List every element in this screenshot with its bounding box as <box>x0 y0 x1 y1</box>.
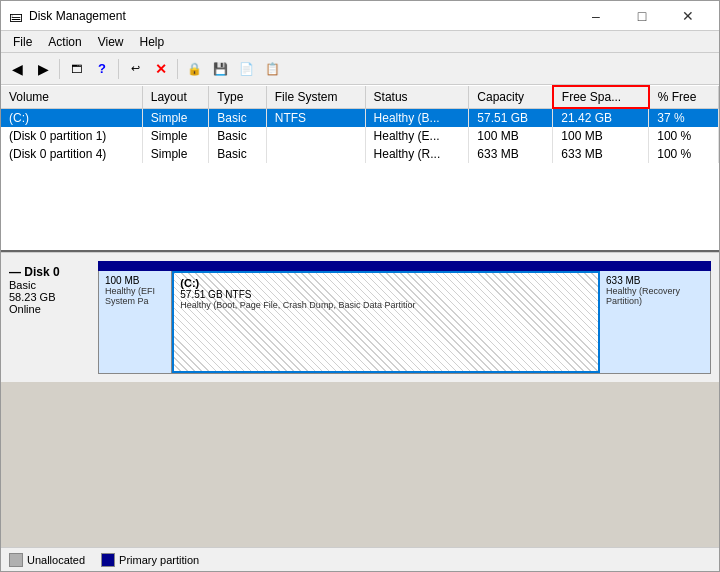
cell-1-row-0: Simple <box>142 108 209 127</box>
disk-type: Basic <box>9 279 94 291</box>
delete-button[interactable]: ✕ <box>149 57 173 81</box>
partition-recovery[interactable]: 633 MB Healthy (Recovery Partition) <box>600 271 710 373</box>
toolbar-btn-8[interactable]: 💾 <box>208 57 232 81</box>
cell-5-row-0: 57.51 GB <box>469 108 553 127</box>
cell-3-row-1 <box>266 127 365 145</box>
efi-size: 100 MB <box>105 275 165 286</box>
cell-2-row-1: Basic <box>209 127 266 145</box>
cell-6-row-2: 633 MB <box>553 145 649 163</box>
unalloc-label: Unallocated <box>27 554 85 566</box>
disk-partitions: 100 MB Healthy (EFI System Pa (C:) 57.51… <box>98 271 711 374</box>
primary-label: Primary partition <box>119 554 199 566</box>
menu-file[interactable]: File <box>5 33 40 51</box>
main-window: 🖴 Disk Management – □ ✕ File Action View… <box>0 0 720 572</box>
toolbar-btn-7[interactable]: 🔒 <box>182 57 206 81</box>
disk-status: Online <box>9 303 94 315</box>
toolbar-btn-5[interactable]: ↩ <box>123 57 147 81</box>
cell-4-row-2: Healthy (R... <box>365 145 469 163</box>
cell-4-row-0: Healthy (B... <box>365 108 469 127</box>
disk-section: ― Disk 0 Basic 58.23 GB Online 100 MB He… <box>1 252 719 382</box>
legend-unallocated: Unallocated <box>9 553 85 567</box>
toolbar-btn-10[interactable]: 📋 <box>260 57 284 81</box>
app-icon: 🖴 <box>9 8 23 24</box>
toolbar-sep-2 <box>118 59 119 79</box>
title-bar-controls: – □ ✕ <box>573 1 711 31</box>
legend-primary: Primary partition <box>101 553 199 567</box>
disk-label: ― Disk 0 Basic 58.23 GB Online <box>9 261 94 374</box>
cell-0-row-2: (Disk 0 partition 4) <box>1 145 142 163</box>
toolbar-btn-9[interactable]: 📄 <box>234 57 258 81</box>
disk-size: 58.23 GB <box>9 291 94 303</box>
c-status: Healthy (Boot, Page File, Crash Dump, Ba… <box>180 300 592 310</box>
menu-bar: File Action View Help <box>1 31 719 53</box>
volumes-table: Volume Layout Type File System Status Ca… <box>1 85 719 163</box>
col-freespace: Free Spa... <box>553 86 649 108</box>
cell-2-row-0: Basic <box>209 108 266 127</box>
unalloc-box <box>9 553 23 567</box>
col-percentfree: % Free <box>649 86 719 108</box>
cell-6-row-0: 21.42 GB <box>553 108 649 127</box>
cell-7-row-0: 37 % <box>649 108 719 127</box>
cell-3-row-0: NTFS <box>266 108 365 127</box>
disk-bar-header <box>98 261 711 271</box>
c-size: 57.51 GB NTFS <box>180 289 592 300</box>
window-title: Disk Management <box>29 9 126 23</box>
c-name: (C:) <box>180 277 592 289</box>
cell-1-row-2: Simple <box>142 145 209 163</box>
toolbar: ◀ ▶ 🗔 ? ↩ ✕ 🔒 💾 📄 📋 <box>1 53 719 85</box>
cell-7-row-2: 100 % <box>649 145 719 163</box>
partition-efi[interactable]: 100 MB Healthy (EFI System Pa <box>99 271 172 373</box>
primary-box <box>101 553 115 567</box>
col-type: Type <box>209 86 266 108</box>
efi-status: Healthy (EFI System Pa <box>105 286 165 306</box>
toolbar-btn-3[interactable]: 🗔 <box>64 57 88 81</box>
col-capacity: Capacity <box>469 86 553 108</box>
table-row[interactable]: (Disk 0 partition 4)SimpleBasicHealthy (… <box>1 145 719 163</box>
cell-7-row-1: 100 % <box>649 127 719 145</box>
cell-3-row-2 <box>266 145 365 163</box>
minimize-button[interactable]: – <box>573 1 619 31</box>
cell-4-row-1: Healthy (E... <box>365 127 469 145</box>
back-button[interactable]: ◀ <box>5 57 29 81</box>
cell-0-row-0: (C:) <box>1 108 142 127</box>
recovery-status: Healthy (Recovery Partition) <box>606 286 704 306</box>
title-bar-left: 🖴 Disk Management <box>9 8 126 24</box>
disk-visual: 100 MB Healthy (EFI System Pa (C:) 57.51… <box>98 261 711 374</box>
col-layout: Layout <box>142 86 209 108</box>
recovery-size: 633 MB <box>606 275 704 286</box>
cell-0-row-1: (Disk 0 partition 1) <box>1 127 142 145</box>
menu-view[interactable]: View <box>90 33 132 51</box>
cell-5-row-2: 633 MB <box>469 145 553 163</box>
col-volume: Volume <box>1 86 142 108</box>
cell-1-row-1: Simple <box>142 127 209 145</box>
table-section: Volume Layout Type File System Status Ca… <box>1 85 719 252</box>
cell-2-row-2: Basic <box>209 145 266 163</box>
help-button[interactable]: ? <box>90 57 114 81</box>
status-bar: Unallocated Primary partition <box>1 547 719 571</box>
maximize-button[interactable]: □ <box>619 1 665 31</box>
col-filesystem: File System <box>266 86 365 108</box>
toolbar-sep-1 <box>59 59 60 79</box>
menu-action[interactable]: Action <box>40 33 89 51</box>
main-content: Volume Layout Type File System Status Ca… <box>1 85 719 547</box>
partition-c[interactable]: (C:) 57.51 GB NTFS Healthy (Boot, Page F… <box>172 271 600 373</box>
menu-help[interactable]: Help <box>132 33 173 51</box>
cell-6-row-1: 100 MB <box>553 127 649 145</box>
title-bar: 🖴 Disk Management – □ ✕ <box>1 1 719 31</box>
toolbar-sep-3 <box>177 59 178 79</box>
close-button[interactable]: ✕ <box>665 1 711 31</box>
forward-button[interactable]: ▶ <box>31 57 55 81</box>
table-row[interactable]: (Disk 0 partition 1)SimpleBasicHealthy (… <box>1 127 719 145</box>
empty-area <box>1 382 719 547</box>
disk-name: ― Disk 0 <box>9 265 94 279</box>
col-status: Status <box>365 86 469 108</box>
cell-5-row-1: 100 MB <box>469 127 553 145</box>
table-header-row: Volume Layout Type File System Status Ca… <box>1 86 719 108</box>
table-row[interactable]: (C:)SimpleBasicNTFSHealthy (B...57.51 GB… <box>1 108 719 127</box>
